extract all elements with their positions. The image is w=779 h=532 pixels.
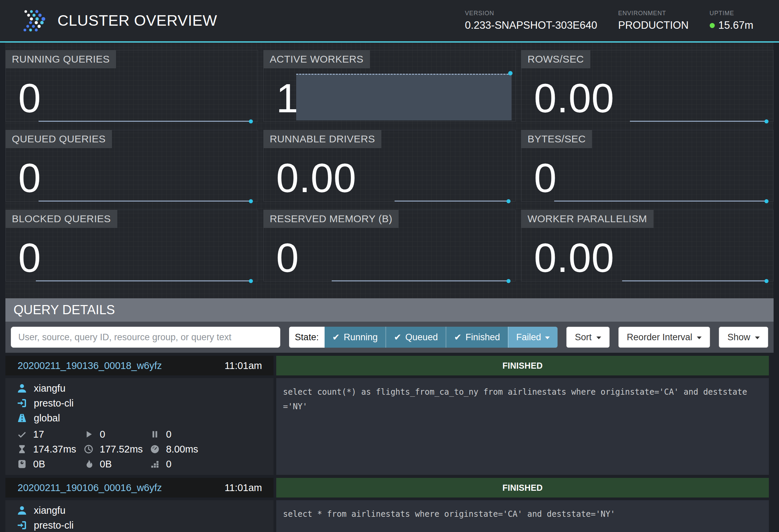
pause-icon: [149, 429, 161, 439]
tile-label: ACTIVE WORKERS: [263, 50, 370, 68]
play-icon: [83, 429, 94, 439]
query-meta-panel: xiangfu presto-cli global: [5, 500, 274, 532]
query-stats-grid: 17 0 0 174.: [16, 427, 267, 471]
current-memory-value: 0B: [33, 459, 45, 470]
sign-in-icon: [16, 520, 28, 531]
query-row-header: 20200211_190136_00018_w6yfz 11:01am: [5, 356, 274, 375]
tile-label: RUNNING QUERIES: [5, 50, 116, 68]
cluster-info: VERSION 0.233-SNAPSHOT-303E640 ENVIRONME…: [465, 10, 779, 31]
sparkline: [395, 201, 509, 202]
sparkline: [36, 280, 251, 281]
state-failed-label: Failed: [516, 332, 541, 343]
tile-active-workers: ACTIVE WORKERS 1: [263, 50, 516, 122]
tile-label: RESERVED MEMORY (B): [263, 210, 399, 228]
version-block: VERSION 0.233-SNAPSHOT-303E640: [465, 10, 597, 31]
current-memory-stat: 0B: [16, 457, 83, 471]
query-meta-panel: xiangfu presto-cli global 17: [5, 378, 274, 475]
sparkline-dot: [764, 279, 769, 283]
state-filter-group: State: ✔ Running ✔ Queued ✔ Finished Fai…: [289, 327, 558, 348]
sparkline-dot: [249, 119, 253, 123]
query-id-link[interactable]: 20200211_190106_00016_w6yfz: [18, 482, 162, 493]
chevron-down-icon: [697, 337, 702, 339]
query-user: xiangfu: [34, 505, 66, 516]
query-row: 20200211_190136_00018_w6yfz 11:01am FINI…: [5, 356, 769, 475]
query-source-line: presto-cli: [16, 396, 267, 411]
state-filter-finished-button[interactable]: ✔ Finished: [446, 327, 508, 348]
check-icon: [16, 429, 28, 439]
tile-value: 0.00: [276, 161, 357, 195]
tasks-chart-icon: [149, 459, 161, 469]
wall-time-value: 174.37ms: [33, 444, 76, 455]
fire-icon: [83, 459, 94, 469]
hourglass-icon: [16, 444, 28, 454]
cumulative-memory-stat: 0B: [83, 457, 149, 471]
state-filter-queued-button[interactable]: ✔ Queued: [385, 327, 446, 348]
uptime-block: UPTIME 15.67m: [710, 10, 753, 31]
tile-blocked-queries: BLOCKED QUERIES 0: [5, 210, 258, 281]
running-splits-value: 0: [100, 429, 105, 440]
check-icon: ✔: [332, 333, 340, 342]
sparkline: [622, 280, 767, 281]
queued-splits-value: 0: [166, 429, 171, 440]
reorder-interval-dropdown-button[interactable]: Reorder Interval: [618, 327, 710, 348]
query-resource-group: global: [34, 413, 60, 424]
query-text: select count(*) as flights_from_ca_to_ny…: [276, 378, 769, 475]
uptime-value: 15.67m: [718, 19, 753, 31]
sparkline-dot: [764, 119, 769, 123]
query-resource-group-line: global: [16, 411, 267, 425]
query-details-title: QUERY DETAILS: [5, 298, 774, 322]
tile-value: 0: [276, 240, 299, 275]
query-list: 20200211_190136_00018_w6yfz 11:01am FINI…: [5, 356, 769, 532]
sort-dropdown-button[interactable]: Sort: [566, 327, 610, 348]
sparkline-dot: [764, 199, 769, 203]
state-filter-failed-dropdown[interactable]: Failed: [508, 327, 558, 348]
query-row-header: 20200211_190106_00016_w6yfz 11:01am: [5, 478, 274, 498]
query-id-link[interactable]: 20200211_190136_00018_w6yfz: [18, 360, 162, 371]
show-label: Show: [727, 332, 750, 343]
app-header: CLUSTER OVERVIEW VERSION 0.233-SNAPSHOT-…: [0, 0, 779, 43]
tile-label: BYTES/SEC: [521, 130, 592, 148]
tile-rows-per-sec: ROWS/SEC 0.00: [521, 50, 774, 122]
query-user-line: xiangfu: [16, 503, 267, 518]
chevron-down-icon: [545, 337, 550, 339]
gauge-icon: [149, 444, 161, 454]
page-title: CLUSTER OVERVIEW: [57, 12, 217, 29]
sparkline-dot: [249, 279, 253, 283]
running-drivers-value: 0: [166, 459, 171, 470]
chevron-down-icon: [596, 337, 601, 339]
query-source-line: presto-cli: [16, 518, 267, 532]
environment-label: ENVIRONMENT: [618, 10, 688, 17]
state-queued-label: Queued: [405, 332, 438, 343]
sign-in-icon: [16, 398, 28, 409]
reorder-interval-label: Reorder Interval: [627, 332, 692, 343]
tile-queued-queries: QUEUED QUERIES 0: [5, 130, 258, 202]
query-time: 11:01am: [225, 482, 262, 493]
environment-value: PRODUCTION: [618, 19, 688, 31]
running-drivers-stat: 0: [149, 457, 267, 471]
wall-time-stat: 174.37ms: [16, 442, 83, 457]
state-finished-label: Finished: [466, 332, 500, 343]
tile-worker-parallelism: WORKER PARALLELISM 0.00: [521, 210, 774, 281]
uptime-value-row: 15.67m: [710, 19, 753, 31]
sparkline: [332, 280, 509, 281]
sparkline: [39, 121, 251, 122]
check-icon: ✔: [454, 333, 462, 342]
stat-tiles-grid: RUNNING QUERIES 0 ACTIVE WORKERS 1 ROWS/…: [5, 50, 774, 281]
query-status-badge: FINISHED: [276, 478, 769, 498]
completed-splits-stat: 17: [16, 427, 83, 442]
state-filter-running-button[interactable]: ✔ Running: [325, 327, 385, 348]
search-input[interactable]: [11, 327, 280, 348]
sparkline-dot: [508, 71, 513, 75]
query-source: presto-cli: [34, 398, 74, 409]
sparkline: [39, 201, 251, 202]
show-dropdown-button[interactable]: Show: [719, 327, 768, 348]
tile-bytes-per-sec: BYTES/SEC 0: [521, 130, 774, 202]
query-user-line: xiangfu: [16, 381, 267, 396]
sparkline: [554, 201, 767, 202]
user-icon: [16, 383, 28, 394]
query-source: presto-cli: [34, 520, 74, 531]
query-filter-toolbar: State: ✔ Running ✔ Queued ✔ Finished Fai…: [5, 322, 774, 353]
tile-label: QUEUED QUERIES: [5, 130, 112, 148]
sparkline-dot: [249, 199, 253, 203]
tile-label: RUNNABLE DRIVERS: [263, 130, 381, 148]
